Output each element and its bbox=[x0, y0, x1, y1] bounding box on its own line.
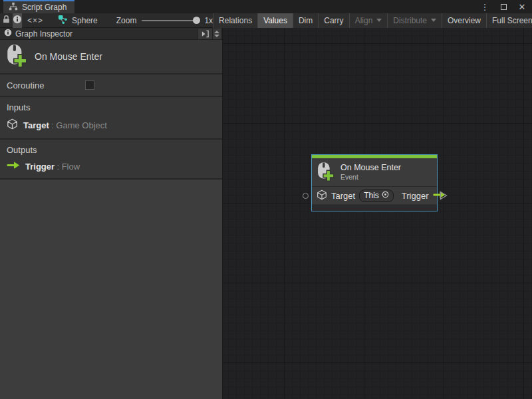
graph-inspector-panel: Graph Inspector On Mouse Enter Coroutine bbox=[0, 28, 223, 399]
node-output-port[interactable] bbox=[440, 191, 448, 202]
toolbar-button-values[interactable]: Values bbox=[257, 13, 293, 28]
input-name: Target bbox=[23, 120, 49, 130]
toolbar-button-distribute[interactable]: Distribute bbox=[387, 13, 442, 28]
zoom-slider-track[interactable] bbox=[142, 20, 199, 21]
coroutine-row: Coroutine bbox=[0, 74, 222, 96]
coroutine-label: Coroutine bbox=[7, 80, 85, 90]
toolbar-button-align[interactable]: Align bbox=[349, 13, 388, 28]
node-input-label: Target bbox=[331, 191, 355, 201]
toolbar-button-overview[interactable]: Overview bbox=[442, 13, 486, 28]
node-output-label: Trigger bbox=[402, 191, 429, 201]
toolbar-button-relations[interactable]: Relations bbox=[213, 13, 257, 28]
graph-asset-reference[interactable]: Sphere bbox=[58, 15, 98, 27]
zoom-control: Zoom 1x bbox=[116, 16, 213, 25]
unit-header: On Mouse Enter bbox=[0, 40, 222, 73]
button-label: Align bbox=[355, 16, 373, 25]
output-port-row: Trigger : Flow bbox=[7, 161, 215, 172]
cube-icon bbox=[317, 190, 327, 202]
input-port-row: Target : Game Object bbox=[7, 118, 215, 132]
graph-toolbar: <×> Sphere Zoom 1x Relations Values Dim … bbox=[0, 13, 532, 28]
script-graph-icon bbox=[9, 2, 18, 13]
node-title: On Mouse Enter bbox=[340, 163, 401, 173]
outputs-section: Outputs Trigger : Flow bbox=[0, 140, 222, 178]
on-mouse-enter-node[interactable]: On Mouse Enter Event Target This Trigger bbox=[311, 154, 438, 211]
chevron-down-icon bbox=[431, 19, 436, 22]
lock-button[interactable] bbox=[2, 13, 11, 28]
code-view-button[interactable]: <×> bbox=[27, 13, 43, 28]
toolbar-button-fullscreen[interactable]: Full Screen bbox=[486, 13, 532, 28]
inspector-empty-area bbox=[0, 180, 222, 380]
output-type: : Flow bbox=[57, 162, 80, 172]
lock-icon bbox=[2, 15, 11, 26]
coroutine-checkbox[interactable] bbox=[85, 80, 94, 90]
object-picker-icon[interactable] bbox=[382, 191, 389, 200]
button-label: Dim bbox=[299, 16, 313, 25]
inspector-header-controls bbox=[198, 29, 221, 39]
inputs-section: Inputs Target : Game Object bbox=[0, 97, 222, 138]
code-icon: <×> bbox=[27, 16, 43, 25]
info-icon bbox=[13, 15, 22, 26]
toolbar-button-group: Relations Values Dim Carry Align Distrib… bbox=[213, 13, 532, 28]
dock-toggle-icon[interactable] bbox=[198, 29, 212, 39]
graph-inspector-title: Graph Inspector bbox=[15, 29, 72, 39]
graph-asset-icon bbox=[58, 15, 68, 27]
scroll-down-icon[interactable] bbox=[214, 35, 219, 37]
graph-asset-name: Sphere bbox=[72, 16, 98, 25]
input-type: : Game Object bbox=[51, 120, 107, 130]
tab-label: Script Graph bbox=[22, 3, 66, 12]
maximize-icon[interactable] bbox=[499, 2, 508, 11]
window-controls: ⋮ ✕ bbox=[480, 0, 532, 13]
scroll-up-icon[interactable] bbox=[214, 31, 219, 33]
button-label: Relations bbox=[219, 16, 252, 25]
graph-canvas[interactable]: On Mouse Enter Event Target This Trigger bbox=[223, 28, 532, 399]
outputs-heading: Outputs bbox=[7, 145, 215, 155]
info-icon bbox=[4, 29, 12, 39]
node-footer bbox=[312, 204, 437, 211]
toolbar-button-carry[interactable]: Carry bbox=[318, 13, 348, 28]
target-value-chip[interactable]: This bbox=[359, 190, 394, 202]
chevron-down-icon bbox=[376, 19, 382, 22]
node-subtitle: Event bbox=[340, 173, 401, 182]
script-graph-window: Script Graph ⋮ ✕ <×> Sphere bbox=[0, 0, 532, 399]
flow-arrow-icon bbox=[7, 161, 20, 172]
inspector-toggle-button[interactable] bbox=[13, 13, 22, 28]
node-header[interactable]: On Mouse Enter Event bbox=[312, 158, 437, 186]
mouse-event-icon bbox=[7, 44, 27, 70]
tab-script-graph[interactable]: Script Graph bbox=[3, 0, 74, 13]
toolbar-button-dim[interactable]: Dim bbox=[293, 13, 318, 28]
unit-title: On Mouse Enter bbox=[35, 51, 102, 62]
panel-spinner[interactable] bbox=[212, 29, 221, 39]
zoom-slider-knob[interactable] bbox=[193, 17, 200, 24]
button-label: Overview bbox=[448, 16, 481, 25]
node-port-row: Target This Trigger bbox=[312, 186, 437, 204]
output-name: Trigger bbox=[25, 162, 55, 172]
mouse-event-icon bbox=[317, 162, 334, 184]
button-label: Distribute bbox=[393, 16, 427, 25]
tab-strip: Script Graph ⋮ ✕ bbox=[0, 0, 532, 13]
cube-icon bbox=[7, 118, 18, 132]
kebab-menu-icon[interactable]: ⋮ bbox=[480, 2, 489, 11]
graph-inspector-header: Graph Inspector bbox=[0, 28, 222, 40]
node-input-port[interactable] bbox=[303, 193, 309, 199]
button-label: Values bbox=[263, 16, 287, 25]
button-label: Full Screen bbox=[492, 16, 532, 25]
button-label: Carry bbox=[324, 16, 343, 25]
zoom-value: 1x bbox=[204, 16, 213, 25]
target-value: This bbox=[364, 191, 379, 200]
zoom-label: Zoom bbox=[116, 16, 137, 25]
inputs-heading: Inputs bbox=[7, 102, 215, 112]
zoom-slider[interactable] bbox=[142, 17, 199, 25]
close-icon[interactable]: ✕ bbox=[517, 2, 527, 11]
